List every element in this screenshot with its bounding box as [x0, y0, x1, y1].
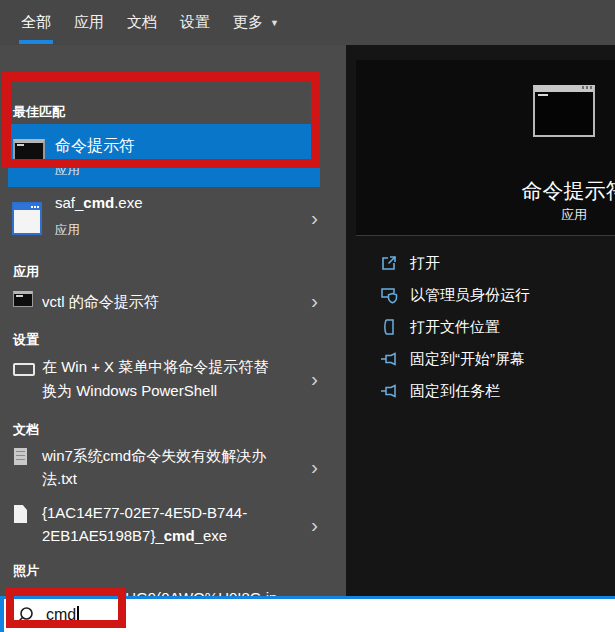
chevron-right-icon[interactable]: › [311, 207, 318, 228]
section-header-photos: 照片 [13, 562, 39, 580]
result-best-match-cmd[interactable]: 命令提示符 应用 [8, 124, 320, 187]
exe-window-icon [12, 202, 42, 235]
result-title-line2: 2EB1AE5198B7}_cmd_exe [42, 527, 227, 544]
action-label: 以管理员身份运行 [410, 286, 530, 305]
action-label: 打开文件位置 [410, 318, 500, 337]
section-header-best-match: 最佳匹配 [13, 103, 65, 121]
text-file-icon [14, 448, 27, 465]
action-run-as-admin[interactable]: 以管理员身份运行 [346, 279, 615, 311]
pin-to-start-icon [380, 350, 398, 368]
result-title: vctl 的命令提示符 [42, 293, 159, 312]
tab-more[interactable]: 更多 ▼ [233, 0, 279, 45]
result-title: 命令提示符 [55, 136, 135, 157]
search-bar[interactable]: cmd [0, 596, 615, 632]
action-pin-to-taskbar[interactable]: 固定到任务栏 [346, 375, 615, 407]
cmd-icon [13, 139, 45, 166]
preview-title: 命令提示符 [468, 177, 615, 205]
action-label: 固定到“开始”屏幕 [410, 350, 525, 369]
result-title-line2: 换为 Windows PowerShell [42, 382, 217, 401]
action-label: 固定到任务栏 [410, 382, 500, 401]
result-title-line1: 在 Win + X 菜单中将命令提示符替 [42, 358, 268, 377]
result-title-line1: {1AC14E77-02E7-4E5D-B744- [42, 504, 247, 521]
pin-to-taskbar-icon [380, 382, 398, 400]
text-caret [77, 606, 79, 625]
result-subtitle: 应用 [55, 162, 80, 179]
file-icon [14, 505, 27, 523]
section-header-settings: 设置 [13, 331, 39, 349]
section-header-apps: 应用 [13, 263, 39, 281]
result-title: saf_cmd.exe [55, 194, 143, 211]
chevron-down-icon: ▼ [270, 18, 279, 28]
chevron-right-icon[interactable]: › [311, 290, 318, 311]
run-as-admin-icon [380, 286, 398, 304]
chevron-right-icon[interactable]: › [311, 368, 318, 389]
search-icon [14, 605, 36, 627]
result-title-line2: 法.txt [42, 470, 77, 489]
open-file-location-icon [380, 318, 398, 336]
result-title-line1: win7系统cmd命令失效有效解决办 [42, 447, 266, 466]
result-subtitle: 应用 [55, 222, 80, 239]
tab-documents[interactable]: 文档 [127, 0, 157, 45]
windows-search-flyout: 全部 应用 文档 设置 更多 ▼ 最佳匹配 命令提示符 应用 saf_cmd.e… [0, 0, 615, 632]
action-open[interactable]: 打开 [346, 247, 615, 279]
action-pin-to-start[interactable]: 固定到“开始”屏幕 [346, 343, 615, 375]
window-icon [13, 363, 35, 376]
search-filter-tabs: 全部 应用 文档 设置 更多 ▼ [0, 0, 615, 45]
preview-panel: 命令提示符 应用 打开 以管理员身份运行 [346, 45, 615, 596]
cmd-icon-large [533, 85, 595, 137]
action-label: 打开 [410, 254, 440, 273]
section-header-documents: 文档 [13, 421, 39, 439]
cmd-icon [13, 291, 33, 307]
tab-settings[interactable]: 设置 [180, 0, 210, 45]
tab-all[interactable]: 全部 [21, 0, 51, 45]
preview-subtitle: 应用 [468, 206, 615, 224]
open-icon [380, 254, 398, 272]
context-actions: 打开 以管理员身份运行 打开文件位置 [346, 247, 615, 407]
search-input[interactable]: cmd [46, 606, 79, 625]
action-open-file-location[interactable]: 打开文件位置 [346, 311, 615, 343]
chevron-right-icon[interactable]: › [311, 456, 318, 477]
results-panel: 最佳匹配 命令提示符 应用 saf_cmd.exe 应用 › 应用 vctl 的… [0, 45, 346, 596]
tab-apps[interactable]: 应用 [74, 0, 104, 45]
preview-card: 命令提示符 应用 [356, 60, 615, 236]
chevron-right-icon[interactable]: › [311, 514, 318, 535]
